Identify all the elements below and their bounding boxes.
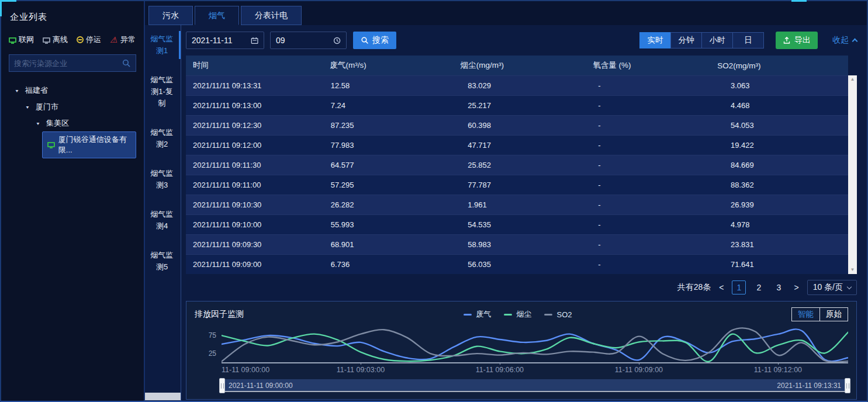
- module-tab[interactable]: 烟气: [195, 6, 239, 25]
- cell-waste-gas: 68.901: [324, 240, 461, 249]
- chart-mode-button[interactable]: 智能: [791, 307, 820, 321]
- chart-legend-item[interactable]: 废气: [464, 309, 491, 320]
- module-tabs: 污水 烟气 分表计电: [145, 1, 867, 25]
- table-header: 时间 废气(m³/s) 烟尘(mg/m³) 氧含量 (%) SO2(mg/m³): [186, 56, 848, 75]
- status-legend-item: 联网: [9, 34, 34, 45]
- scroll-down-icon[interactable]: ▼: [850, 266, 855, 274]
- prev-page-icon[interactable]: <: [718, 283, 725, 292]
- caret-down-icon[interactable]: ▼: [15, 88, 19, 93]
- slider-handle-left[interactable]: [219, 378, 225, 393]
- cell-smoke-dust: 25.852: [461, 161, 591, 169]
- query-toolbar: 搜索 实时 分钟: [186, 32, 857, 49]
- monitor-point-item[interactable]: 烟气监测1-复制: [145, 72, 181, 112]
- cell-smoke-dust: 77.787: [461, 181, 591, 189]
- page-number[interactable]: 1: [732, 280, 746, 294]
- page-number[interactable]: 3: [772, 280, 786, 294]
- search-button[interactable]: 搜索: [353, 32, 396, 49]
- search-icon: [361, 36, 369, 44]
- cell-waste-gas: 55.993: [324, 220, 461, 229]
- scroll-up-icon[interactable]: ▲: [850, 75, 855, 84]
- cell-so2: 88.362: [724, 181, 848, 189]
- status-icon: [110, 36, 118, 44]
- page-number[interactable]: 2: [752, 280, 766, 294]
- date-input[interactable]: [192, 36, 251, 45]
- monitor-point-item[interactable]: 烟气监测2: [145, 124, 181, 153]
- tree-node[interactable]: ▼ 福建省: [9, 82, 136, 99]
- tree-node[interactable]: ▼ 厦门锐谷通信设备有限...: [9, 131, 136, 158]
- next-page-icon[interactable]: >: [793, 283, 800, 292]
- hour-picker[interactable]: [270, 32, 347, 49]
- collapse-toggle[interactable]: 收起: [832, 35, 857, 46]
- monitor-online-icon: [47, 142, 55, 147]
- slider-handle-right[interactable]: [845, 378, 850, 393]
- datazoom-slider[interactable]: 2021-11-11 09:00:00 2021-11-11 09:13:31: [222, 379, 848, 392]
- monitor-point-item[interactable]: 烟气监测3: [145, 165, 181, 193]
- chart-mode-switch: 智能 原始: [792, 307, 848, 321]
- corner-accent: [0, 0, 16, 2]
- chart-plot: 7525: [222, 326, 848, 363]
- granularity-button[interactable]: 小时: [701, 32, 733, 48]
- hour-input[interactable]: [276, 36, 333, 45]
- cell-so2: 4.468: [724, 101, 848, 110]
- module-tab[interactable]: 分表计电: [241, 6, 302, 25]
- cell-so2: 3.063: [724, 81, 848, 90]
- granularity-button[interactable]: 分钟: [670, 32, 702, 48]
- chart-legend-item[interactable]: 烟尘: [504, 309, 531, 320]
- panel-title: 企业列表: [10, 12, 136, 23]
- cell-waste-gas: 6.736: [324, 260, 461, 269]
- clock-icon[interactable]: [333, 36, 341, 45]
- tree-node-chip[interactable]: 厦门锐谷通信设备有限...: [42, 131, 136, 158]
- status-legend-item: 停运: [77, 34, 101, 45]
- x-axis-tick-label: 11-11 09:00:00: [222, 366, 269, 374]
- date-picker[interactable]: [186, 32, 264, 49]
- cell-time: 2021/11/11 09:11:00: [186, 181, 324, 189]
- cell-so2: 71.641: [724, 260, 848, 269]
- x-axis-tickmark: [778, 362, 779, 365]
- enterprise-search[interactable]: [9, 54, 136, 72]
- table-row: 2021/11/11 09:13:31 12.58 83.029 - 3.063: [186, 75, 848, 95]
- cell-so2: 54.053: [724, 121, 848, 130]
- table-row: 2021/11/11 09:12:30 87.235 60.398 - 54.0…: [186, 115, 848, 135]
- horizontal-scrollbar[interactable]: [145, 393, 181, 400]
- monitor-point-item[interactable]: 烟气监测1: [145, 31, 181, 59]
- table-row: 2021/11/11 09:11:00 57.295 77.787 - 88.3…: [186, 175, 848, 195]
- tree-node-chip[interactable]: 厦门市: [34, 99, 60, 115]
- chart-lines: [222, 326, 848, 362]
- x-axis-tick-label: 11-11 09:12:00: [754, 366, 802, 374]
- search-icon[interactable]: [122, 58, 131, 68]
- x-axis-tick-label: 11-11 09:03:00: [337, 366, 385, 374]
- granularity-label: 分钟: [679, 36, 694, 44]
- granularity-button[interactable]: 日: [732, 32, 764, 48]
- chart-legend: 废气 烟尘 SO2: [244, 309, 792, 320]
- chart-mode-button[interactable]: 原始: [819, 307, 848, 321]
- caret-down-icon[interactable]: ▼: [36, 121, 40, 126]
- caret-down-icon[interactable]: ▼: [25, 105, 30, 109]
- monitor-point-item[interactable]: 烟气监测4: [145, 206, 181, 234]
- content-panel: 搜索 实时 分钟: [181, 25, 867, 401]
- cell-oxygen: -: [591, 260, 724, 269]
- status-label: 异常: [120, 34, 136, 45]
- status-legend-item: 离线: [43, 34, 68, 45]
- cell-waste-gas: 77.983: [324, 141, 461, 150]
- table-scrollbar[interactable]: ▲ ▼: [848, 75, 857, 274]
- table-row: 2021/11/11 09:09:30 68.901 58.983 - 23.8…: [186, 234, 848, 254]
- tree-node-chip[interactable]: 福建省: [23, 83, 50, 98]
- tree-node-chip[interactable]: 集美区: [44, 116, 71, 131]
- legend-line-swatch: [544, 314, 552, 316]
- monitor-point-item[interactable]: 烟气监测5: [145, 247, 181, 275]
- chevron-up-icon: [852, 39, 858, 44]
- page-size-select[interactable]: 10 条/页: [807, 280, 857, 295]
- tree-node[interactable]: ▼ 集美区: [9, 115, 136, 131]
- cell-oxygen: -: [591, 81, 724, 90]
- chart-legend-item[interactable]: SO2: [544, 310, 572, 319]
- tree-node[interactable]: ▼ 厦门市: [9, 99, 136, 115]
- cell-smoke-dust: 56.035: [461, 260, 591, 269]
- search-input[interactable]: [14, 59, 122, 68]
- calendar-icon[interactable]: [251, 36, 258, 45]
- granularity-button[interactable]: 实时: [639, 32, 671, 48]
- tree-node-label: 厦门市: [36, 102, 58, 112]
- export-button[interactable]: 导出: [776, 32, 818, 49]
- monitor-point-label: 烟气监测1-复制: [151, 75, 174, 108]
- module-tab[interactable]: 污水: [148, 6, 193, 25]
- status-label: 联网: [19, 34, 34, 45]
